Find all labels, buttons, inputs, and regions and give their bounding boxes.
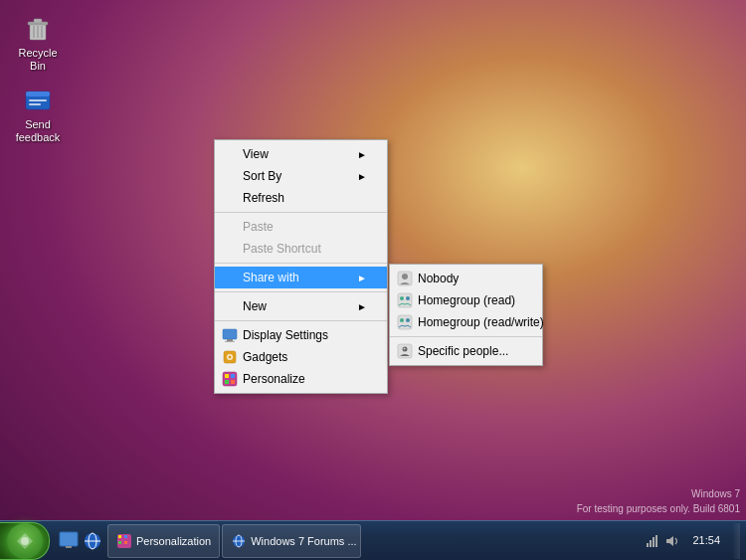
share-with-submenu: Nobody Homegroup (read) bbox=[389, 264, 543, 366]
ie-taskbar-icon bbox=[231, 533, 247, 549]
system-clock[interactable]: 21:54 bbox=[684, 533, 728, 548]
personalize-icon bbox=[221, 370, 239, 388]
new-arrow: ► bbox=[357, 301, 367, 312]
svg-rect-29 bbox=[231, 374, 235, 378]
menu-item-paste-shortcut[interactable]: Paste Shortcut bbox=[215, 238, 387, 260]
separator-3 bbox=[215, 291, 387, 292]
svg-point-11 bbox=[402, 274, 408, 280]
svg-rect-34 bbox=[66, 546, 72, 548]
send-feedback-label: Send feedback bbox=[12, 118, 64, 144]
svg-rect-42 bbox=[124, 541, 127, 544]
svg-rect-49 bbox=[655, 535, 657, 547]
network-icon[interactable] bbox=[645, 533, 660, 549]
separator-1 bbox=[215, 212, 387, 213]
send-feedback-image bbox=[22, 84, 54, 115]
svg-point-14 bbox=[406, 296, 410, 300]
taskbar-windows-forums[interactable]: Windows 7 Forums ... bbox=[222, 524, 361, 558]
system-tray: 21:54 bbox=[639, 521, 746, 560]
start-orb bbox=[7, 523, 43, 559]
svg-rect-2 bbox=[34, 19, 42, 23]
desktop: Recycle Bin Send feedback View ► Sort By… bbox=[0, 0, 746, 560]
svg-rect-30 bbox=[225, 380, 229, 384]
windows-build: For testing purposes only. Build 6801 bbox=[577, 501, 740, 516]
sort-by-arrow: ► bbox=[357, 171, 367, 182]
specific-people-icon: + bbox=[396, 342, 414, 360]
submenu-specific-people[interactable]: + Specific people... bbox=[390, 340, 542, 362]
display-settings-icon bbox=[221, 326, 239, 344]
svg-rect-8 bbox=[29, 99, 47, 101]
svg-marker-50 bbox=[666, 536, 673, 546]
ie-button[interactable] bbox=[82, 530, 103, 552]
svg-rect-31 bbox=[231, 380, 235, 384]
svg-rect-48 bbox=[653, 537, 654, 547]
svg-rect-39 bbox=[118, 535, 121, 538]
svg-text:+: + bbox=[403, 345, 406, 351]
menu-item-sort-by[interactable]: Sort By ► bbox=[215, 165, 387, 187]
view-arrow: ► bbox=[357, 149, 367, 160]
menu-item-refresh[interactable]: Refresh bbox=[215, 187, 387, 209]
svg-rect-21 bbox=[223, 329, 237, 339]
svg-point-32 bbox=[21, 537, 29, 545]
recycle-bin-icon[interactable]: Recycle Bin bbox=[8, 8, 68, 77]
submenu-homegroup-read[interactable]: Homegroup (read) bbox=[390, 289, 542, 311]
menu-item-gadgets[interactable]: Gadgets bbox=[215, 346, 387, 368]
submenu-separator bbox=[390, 336, 542, 337]
separator-2 bbox=[215, 263, 387, 264]
menu-item-personalize[interactable]: Personalize bbox=[215, 368, 387, 390]
menu-item-display-settings[interactable]: Display Settings bbox=[215, 324, 387, 346]
svg-rect-7 bbox=[26, 92, 50, 96]
svg-rect-23 bbox=[225, 341, 235, 342]
menu-item-share-with[interactable]: Share with ► Nobody bbox=[215, 267, 387, 288]
windows-info: Windows 7 For testing purposes only. Bui… bbox=[577, 486, 740, 516]
svg-rect-28 bbox=[225, 374, 229, 378]
taskbar: Personalization Windows 7 Forums ... bbox=[0, 520, 746, 560]
recycle-bin-label: Recycle Bin bbox=[12, 47, 64, 73]
start-button[interactable] bbox=[0, 522, 50, 560]
svg-rect-47 bbox=[650, 540, 652, 547]
share-with-arrow: ► bbox=[357, 273, 367, 283]
menu-item-view[interactable]: View ► bbox=[215, 143, 387, 165]
svg-point-26 bbox=[229, 356, 232, 359]
svg-point-17 bbox=[406, 318, 410, 322]
svg-rect-33 bbox=[60, 532, 78, 546]
svg-rect-46 bbox=[647, 543, 649, 547]
show-desktop-button[interactable] bbox=[58, 530, 80, 552]
submenu-homegroup-readwrite[interactable]: Homegroup (read/write) bbox=[390, 311, 542, 333]
menu-item-new[interactable]: New ► bbox=[215, 295, 387, 317]
svg-rect-12 bbox=[398, 293, 412, 307]
nobody-icon bbox=[396, 270, 414, 287]
taskbar-items: Personalization Windows 7 Forums ... bbox=[107, 521, 639, 560]
svg-rect-41 bbox=[118, 541, 121, 544]
svg-rect-9 bbox=[29, 103, 41, 105]
svg-rect-40 bbox=[124, 535, 127, 538]
homegroup-readwrite-icon bbox=[396, 313, 414, 331]
taskbar-personalization[interactable]: Personalization bbox=[107, 524, 220, 558]
show-desktop-peek[interactable] bbox=[732, 523, 740, 559]
svg-rect-22 bbox=[227, 339, 233, 341]
quick-launch bbox=[54, 530, 107, 552]
svg-point-16 bbox=[400, 318, 404, 322]
svg-rect-15 bbox=[398, 315, 412, 329]
menu-item-paste[interactable]: Paste bbox=[215, 216, 387, 238]
svg-point-13 bbox=[400, 296, 404, 300]
send-feedback-icon[interactable]: Send feedback bbox=[8, 80, 68, 148]
gadgets-icon bbox=[221, 348, 239, 366]
context-menu: View ► Sort By ► Refresh Paste Paste Sho… bbox=[214, 139, 388, 394]
volume-icon[interactable] bbox=[664, 533, 680, 549]
recycle-bin-image bbox=[22, 12, 54, 44]
personalization-taskbar-icon bbox=[116, 533, 132, 549]
windows-version: Windows 7 bbox=[577, 486, 740, 501]
separator-4 bbox=[215, 320, 387, 321]
homegroup-read-icon bbox=[396, 291, 414, 309]
submenu-nobody[interactable]: Nobody bbox=[390, 268, 542, 289]
